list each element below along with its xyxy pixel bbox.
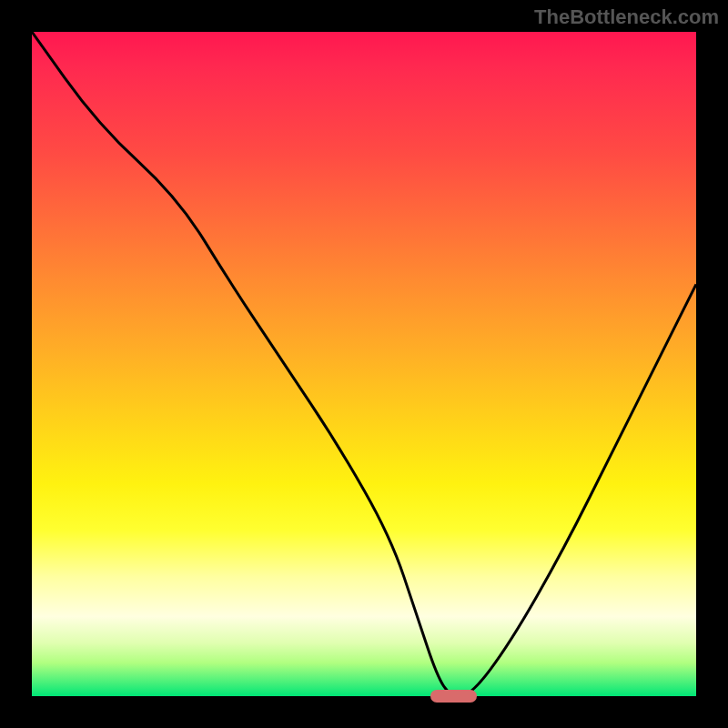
bottleneck-curve	[32, 32, 696, 696]
chart-container: TheBottleneck.com	[0, 0, 728, 728]
plot-area	[32, 32, 696, 696]
optimal-marker-pill	[430, 690, 477, 703]
curve-svg	[32, 32, 696, 696]
watermark-text: TheBottleneck.com	[534, 5, 719, 29]
